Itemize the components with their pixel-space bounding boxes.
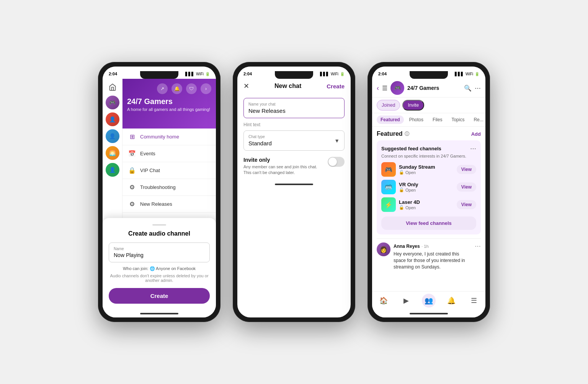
laser-status: 🔓 Open [399,205,454,210]
tab-files[interactable]: Files [429,116,446,124]
channel-row-sunday: 🎮 Sunday Stream 🔓 Open View [381,162,476,177]
avatar-5[interactable]: 👤 [106,163,119,177]
events-icon: 📅 [128,150,136,157]
p3-content: Featured ⓘ Add Suggested feed channels ⋯… [372,127,485,291]
menu-item-community-home[interactable]: ⊞ Community home [122,129,216,145]
chevron-btn[interactable]: › [201,83,211,94]
chat-type-select[interactable]: Chat type Standard ▼ [243,130,345,151]
tab-more[interactable]: Re... [470,116,485,124]
who-can-join-label: Who can join: [123,266,149,271]
menu-nav-icon: ☰ [471,296,477,305]
wifi-icon-2: WiFi [331,72,338,76]
suggested-more-icon[interactable]: ⋯ [470,145,476,152]
featured-title: Featured ⓘ [377,130,409,137]
chat-name-input[interactable]: Name your chat New Releases [243,98,345,118]
new-releases-icon: ⚙ [128,200,136,208]
p2-header: ✕ New chat Create [237,79,351,93]
vr-thumb: 🥽 [381,180,396,194]
menu-item-vip-chat[interactable]: 🔒 VIP Chat [122,162,216,179]
status-bar-1: 2:04 ▋▋▋ WiFi 🔋 [103,67,216,79]
activity-time: · 1h [421,244,428,249]
invite-only-title: Invite only [243,157,324,163]
vr-view-btn[interactable]: View [457,182,476,192]
status-icons-2: ▋▋▋ WiFi 🔋 [320,72,345,76]
menu-item-new-releases[interactable]: ⚙ New Releases [122,196,216,213]
p2-create-btn[interactable]: Create [327,83,345,89]
search-icon[interactable]: 🔍 [464,85,472,92]
phone-1: 2:04 ▋▋▋ WiFi 🔋 [98,62,220,322]
chat-type-value: Standard [248,140,272,146]
phones-container: 2:04 ▋▋▋ WiFi 🔋 [98,62,490,322]
home-indicator-3 [372,310,485,317]
name-field[interactable]: Name Now Playing [109,242,210,262]
home-indicator-1 [103,310,216,317]
more-icon[interactable]: ⋯ [475,85,481,92]
joined-tab[interactable]: Joined [377,100,400,111]
view-feed-channels-btn[interactable]: View feed channels [381,216,476,230]
battery-icon-3: 🔋 [475,72,479,76]
chat-name-value[interactable]: New Releases [248,107,340,114]
who-can-join-value: Anyone on Facebook [156,266,196,271]
bottom-nav: 🏠 ▶ 👥 🔔 ☰ [372,291,485,310]
avatar-4[interactable]: 🌅 [106,146,119,160]
invite-only-toggle[interactable] [328,157,345,167]
chat-type-label: Chat type [248,135,272,139]
banner-actions: ↗ 🔔 🛡 › [127,83,211,94]
tab-photos[interactable]: Photos [405,116,427,124]
activity-text: Hey everyone, I just created this space … [394,251,472,270]
back-button[interactable]: ‹ [377,84,379,92]
featured-label: Featured [377,130,403,137]
notch-3 [410,71,448,79]
tab-featured[interactable]: Featured [377,116,404,124]
laser-info: Laser 4D 🔓 Open [399,199,454,210]
p3-community-name: 24/7 Gamers [407,85,461,91]
shield-btn[interactable]: 🛡 [186,83,197,94]
status-icons-3: ▋▋▋ WiFi 🔋 [455,72,479,76]
lock-icon: 🔓 [399,170,404,175]
sunday-view-btn[interactable]: View [457,165,476,174]
wifi-icon-3: WiFi [466,72,473,76]
add-link[interactable]: Add [471,131,481,137]
nav-community[interactable]: 👥 [421,295,436,307]
nav-bell[interactable]: 🔔 [444,295,459,307]
vr-status-text: Open [405,188,416,192]
community-desc: A home for all gamers and all things gam… [127,107,211,112]
who-can-join-icon: 🌐 [150,266,156,271]
nav-play[interactable]: ▶ [399,295,414,307]
sunday-name: Sunday Stream [399,164,454,170]
p3-header: ‹ ☰ 🎮 24/7 Gamers 🔍 ⋯ [372,79,485,98]
avatar-1[interactable]: 🎮 [106,96,119,109]
activity-content: Anna Reyes · 1h Hey everyone, I just cre… [394,242,472,270]
nav-tabs: Featured Photos Files Topics Re... [372,113,485,127]
avatar-3[interactable]: 👤 [106,129,119,143]
chat-type-info: Chat type Standard [248,135,272,146]
name-field-value[interactable]: Now Playing [114,252,205,258]
nav-home[interactable]: 🏠 [376,295,391,307]
phone-3: 2:04 ▋▋▋ WiFi 🔋 ‹ ☰ 🎮 24/7 Gamers 🔍 ⋯ Jo [368,62,490,322]
invite-tab[interactable]: Invite [402,100,424,111]
invite-only-row: Invite only Any member can see and join … [243,157,345,176]
bell-btn[interactable]: 🔔 [172,83,182,94]
join-invite-tabs: Joined Invite [372,98,485,113]
laser-view-btn[interactable]: View [457,200,476,209]
home-indicator-2 [237,181,351,188]
phone-2: 2:04 ▋▋▋ WiFi 🔋 ✕ New chat Create Name y… [233,62,355,322]
close-button[interactable]: ✕ [243,82,249,90]
avatar-2[interactable]: 👤 [106,112,119,126]
activity-more-btn[interactable]: ⋯ [475,242,481,250]
featured-section-header: Featured ⓘ Add [377,130,481,137]
nav-menu[interactable]: ☰ [466,295,482,307]
share-btn[interactable]: ↗ [157,83,168,94]
create-audio-btn[interactable]: Create [109,288,210,304]
suggested-title: Suggested feed channels [381,146,441,151]
tab-topics[interactable]: Topics [448,116,468,124]
sheet-title: Create audio channel [109,230,210,237]
menu-item-events[interactable]: 📅 Events [122,145,216,162]
lock-icon-laser: 🔓 [399,205,404,210]
home-icon[interactable] [107,82,118,93]
channel-row-vr: 🥽 VR Only 🔓 Open View [381,180,476,194]
suggested-header: Suggested feed channels ⋯ [381,145,476,152]
hamburger-icon[interactable]: ☰ [382,85,387,92]
vr-name: VR Only [399,182,454,187]
menu-item-troubleshooting[interactable]: ⚙ Troubleshooting [122,179,216,196]
